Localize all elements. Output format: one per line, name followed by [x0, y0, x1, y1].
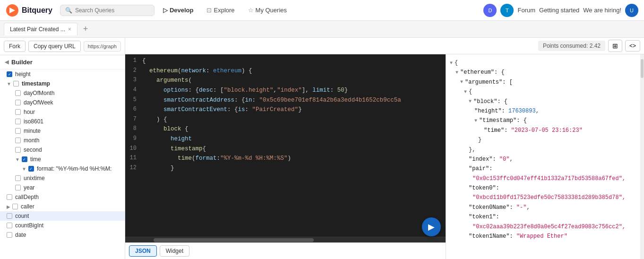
collapse-arrow[interactable]: ▼: [469, 97, 472, 105]
checkbox-time[interactable]: ✓: [22, 156, 27, 162]
checkbox-unixtime[interactable]: [15, 175, 21, 181]
checkbox-minute[interactable]: [15, 128, 21, 134]
myqueries-icon: ☆: [248, 7, 254, 14]
collapse-arrow[interactable]: ▼: [455, 69, 458, 77]
line-content: time(format:"%Y-%m-%d %H:%M:%S"): [142, 154, 291, 164]
scrollbar-thumb[interactable]: [641, 59, 644, 78]
checkbox-month[interactable]: [15, 138, 21, 143]
tree-item-month[interactable]: month: [0, 136, 125, 145]
collapse-arrow[interactable]: ▼: [450, 59, 453, 67]
json-btn[interactable]: JSON: [129, 245, 157, 257]
code-line-9: 9 height: [125, 134, 446, 144]
checkbox-dayofweek[interactable]: [15, 100, 21, 105]
line-num: 1: [125, 56, 142, 66]
collapse-arrow[interactable]: ▼: [474, 117, 477, 125]
checkbox-dayofmonth[interactable]: [15, 90, 21, 96]
tab-add-btn[interactable]: +: [79, 23, 92, 35]
grid-view-btn[interactable]: ⊞: [608, 40, 622, 52]
tree-item-height[interactable]: ✓ height: [0, 69, 125, 79]
json-val-time: "2023-07-05 23:16:23": [511, 127, 583, 134]
json-line-18: "0xc02aaa39b223fe8d0a0e5c4f27ead9083c756…: [446, 222, 640, 232]
json-key-time: "time":: [484, 127, 511, 134]
json-brace: {: [455, 58, 458, 68]
nav-item-develop[interactable]: ▷ Develop: [158, 4, 198, 17]
hiring-link[interactable]: We are hiring!: [583, 7, 621, 14]
tree-item-count[interactable]: count: [0, 211, 125, 221]
tree-item-time[interactable]: ▼ ✓ time: [0, 155, 125, 164]
search-box[interactable]: 🔍: [60, 5, 155, 16]
tree-item-year[interactable]: year: [0, 183, 125, 192]
tree-item-caller[interactable]: ▶ caller: [0, 202, 125, 211]
tree-item-hour[interactable]: hour: [0, 107, 125, 117]
line-num: 6: [125, 105, 142, 115]
tree-label-calldepth: callDepth: [15, 194, 39, 200]
code-line-12: 12 }: [125, 164, 446, 173]
nav-item-myqueries[interactable]: ☆ My Queries: [243, 4, 292, 17]
line-num: 11: [125, 154, 142, 164]
checkbox-format[interactable]: ✓: [28, 166, 34, 172]
copy-url-button[interactable]: Copy query URL: [28, 41, 81, 52]
json-key-token0: "token0":: [469, 185, 499, 191]
line-num: 3: [125, 76, 142, 86]
tree-item-dayofmonth[interactable]: dayOfMonth: [0, 88, 125, 98]
tree-item-countbigint[interactable]: countBigInt: [0, 221, 125, 230]
fork-button[interactable]: Fork: [4, 41, 26, 52]
code-view-btn[interactable]: <>: [625, 40, 640, 52]
tree-item-dayofweek[interactable]: dayOfWeek: [0, 98, 125, 107]
run-button[interactable]: ▶: [422, 217, 441, 236]
checkbox-height[interactable]: ✓: [7, 71, 12, 77]
checkbox-year[interactable]: [15, 185, 21, 190]
code-editor[interactable]: 1 { 2 ethereum(network: ethereum) { 3 ar…: [125, 54, 446, 259]
url-input[interactable]: [84, 41, 121, 52]
checkbox-caller[interactable]: [12, 204, 18, 209]
line-num: 12: [125, 164, 142, 173]
user-avatar[interactable]: U: [625, 4, 638, 17]
line-content: height: [142, 134, 192, 144]
collapse-arrow[interactable]: ▼: [464, 88, 467, 96]
json-line-6: "height": 17630893,: [446, 106, 640, 116]
hscroll-thumb[interactable]: [154, 238, 314, 242]
sidebar-collapse-icon[interactable]: ◀: [5, 59, 9, 65]
editor-hscrollbar[interactable]: [125, 237, 446, 242]
points-info: Points consumed: 2.42: [538, 41, 605, 51]
checkbox-countbigint[interactable]: [7, 223, 12, 228]
logo-icon: [6, 4, 19, 17]
expand-format-icon: ▼: [22, 166, 26, 172]
tree-label-hour: hour: [24, 109, 35, 115]
checkbox-date[interactable]: [7, 232, 12, 238]
checkbox-timestamp[interactable]: [13, 81, 19, 86]
discord-btn[interactable]: D: [483, 4, 497, 17]
checkbox-second[interactable]: [15, 147, 21, 153]
json-line-16: "token0Name": "-",: [446, 203, 640, 212]
getting-started-link[interactable]: Getting started: [539, 7, 579, 14]
expand-time-icon: ▼: [15, 157, 20, 162]
tree-item-minute[interactable]: minute: [0, 126, 125, 136]
forum-link[interactable]: Forum: [517, 7, 535, 14]
checkbox-hour[interactable]: [15, 109, 21, 115]
line-num: 10: [125, 144, 142, 154]
tree-item-calldepth[interactable]: callDepth: [0, 192, 125, 202]
nav-item-explore[interactable]: ⊡ Explore: [202, 4, 239, 17]
right-scrollbar[interactable]: [640, 54, 644, 259]
tree-label-iso8601: iso8601: [24, 118, 43, 125]
tree-item-timestamp[interactable]: ▼ timestamp: [0, 79, 125, 88]
tree-item-second[interactable]: second: [0, 145, 125, 155]
telegram-btn[interactable]: T: [500, 4, 514, 17]
collapse-arrow[interactable]: ▼: [460, 78, 463, 86]
tree-item-format[interactable]: ▼ ✓ format: "%Y-%m-%d %H:%M:: [0, 164, 125, 173]
sidebar-header: ◀ Builder: [0, 55, 125, 69]
checkbox-calldepth[interactable]: [7, 194, 12, 200]
develop-icon: ▷: [163, 7, 168, 14]
tab-close-icon[interactable]: ×: [68, 26, 71, 33]
tree-label-format: format: "%Y-%m-%d %H:%M:: [37, 165, 112, 172]
tree-item-date[interactable]: date: [0, 230, 125, 240]
widget-btn[interactable]: Widget: [160, 245, 189, 257]
checkbox-count[interactable]: [7, 213, 12, 219]
tree-item-iso8601[interactable]: iso8601: [0, 117, 125, 126]
tab-latest-pair[interactable]: Latest Pair Created ... ×: [4, 23, 77, 35]
search-input[interactable]: [75, 7, 141, 14]
checkbox-iso8601[interactable]: [15, 119, 21, 124]
builder-label: Builder: [11, 59, 33, 66]
search-icon: 🔍: [65, 7, 72, 14]
tree-item-unixtime[interactable]: unixtime: [0, 173, 125, 183]
